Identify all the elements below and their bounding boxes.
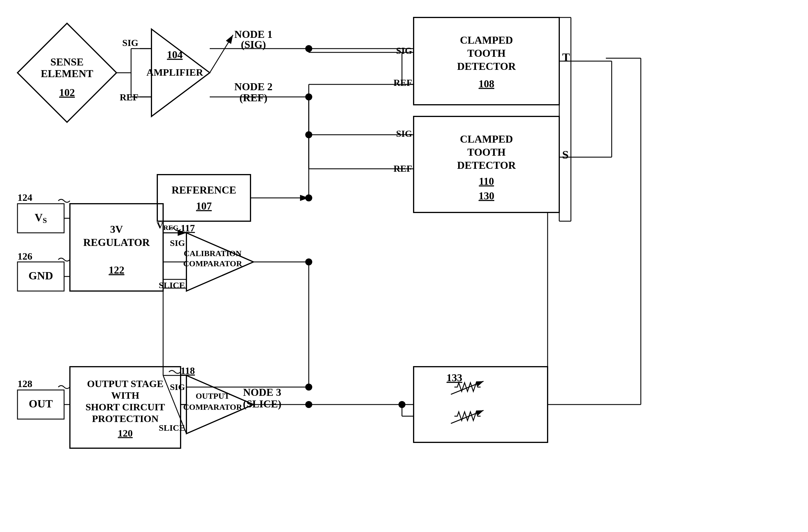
resistor2-arrow — [451, 410, 483, 423]
reg-label1: 3V — [110, 224, 123, 235]
gnd-label: GND — [29, 269, 53, 282]
ctd2-sig-label: SIG — [396, 128, 412, 139]
os-label4: PROTECTION — [92, 413, 159, 424]
out-label: OUT — [29, 398, 53, 410]
cal-comp-ref: 117 — [181, 223, 195, 233]
out-comp-label2: COMPARATOR — [183, 402, 242, 412]
os-label3: SHORT CIRCUIT — [85, 402, 165, 412]
t-label: T — [562, 51, 570, 64]
circuit-diagram: SENSE ELEMENT 102 SIG REF 104 AMPLIFIER … — [0, 0, 808, 532]
s-label: S — [562, 148, 569, 161]
reference-block — [157, 175, 251, 221]
resistor-ref: 133 — [446, 372, 462, 384]
os-label1: OUTPUT STAGE — [87, 378, 163, 389]
reg-label2: REGULATOR — [83, 236, 150, 248]
node2-label: NODE 2 — [234, 81, 272, 93]
ctd1-ref-label: REF — [393, 77, 412, 88]
node1-label: NODE 1 — [234, 28, 272, 40]
gnd-ref: 126 — [17, 251, 32, 262]
ctd1-label1: CLAMPED — [460, 34, 513, 46]
ctd2-label2: TOOTH — [467, 146, 506, 158]
out-comp-label1: OUTPUT — [196, 392, 230, 400]
ctd2-ref130: 130 — [479, 190, 494, 202]
vs-ref: 124 — [17, 192, 32, 203]
sense-element-ref: 102 — [59, 87, 75, 98]
out-ref: 128 — [17, 378, 32, 389]
resistor-box — [414, 367, 548, 442]
os-ref: 120 — [118, 428, 133, 439]
sense-element-label2: ELEMENT — [41, 68, 93, 79]
vs-squiggle — [58, 200, 70, 202]
circuit-svg: SENSE ELEMENT 102 SIG REF 104 AMPLIFIER … — [0, 0, 808, 532]
cal-comp-label1: CALIBRATION — [184, 249, 242, 258]
node3-slice-label: (SLICE) — [243, 398, 281, 410]
out-sig-label: SIG — [170, 382, 185, 392]
ctd1-label2: TOOTH — [467, 48, 506, 59]
amp-ref-104: 104 — [167, 49, 183, 60]
amplifier-label: AMPLIFIER — [147, 67, 203, 78]
ctd1-sig-label: SIG — [396, 45, 412, 56]
node2-ref-label: (REF) — [239, 92, 268, 103]
cal-comp-label2: COMPARATOR — [183, 259, 242, 268]
node1-sig-label: (SIG) — [241, 39, 266, 50]
out-comp-squiggle — [169, 370, 181, 374]
out-comp-ref: 118 — [181, 365, 195, 376]
sense-element-label: SENSE — [50, 56, 84, 68]
ctd2-label1: CLAMPED — [460, 133, 513, 145]
ctd2-label3: DETECTOR — [457, 159, 516, 171]
reg-ref: 122 — [109, 264, 124, 276]
svg-line-4 — [210, 35, 233, 73]
os-label2: WITH — [111, 390, 139, 401]
sig-label-amp-top: SIG — [122, 38, 139, 48]
ctd1-label3: DETECTOR — [457, 60, 516, 72]
gnd-squiggle — [58, 258, 70, 261]
ctd1-ref: 108 — [479, 78, 494, 90]
vs-label: VS — [35, 211, 47, 225]
reference-ref: 107 — [196, 200, 212, 212]
reference-label: REFERENCE — [171, 184, 236, 196]
ctd2-ref: 110 — [479, 175, 494, 187]
cal-sig-label: SIG — [170, 238, 185, 248]
node3-label: NODE 3 — [243, 386, 281, 398]
out-squiggle — [58, 386, 70, 388]
